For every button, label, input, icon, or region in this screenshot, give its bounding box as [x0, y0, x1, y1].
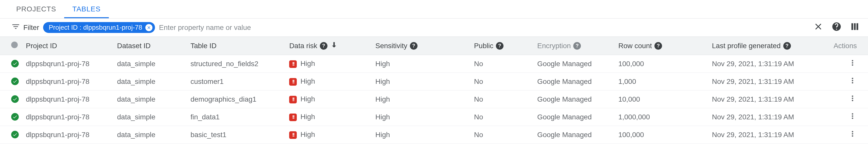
risk-badge-icon: !!	[289, 60, 297, 68]
row-count-cell: 100,000	[615, 126, 709, 144]
help-icon[interactable]: ?	[320, 42, 328, 50]
public-cell: No	[471, 108, 534, 126]
col-status	[0, 37, 23, 55]
columns-button[interactable]	[850, 22, 860, 33]
sensitivity-cell: Moderate	[372, 144, 471, 148]
table-row[interactable]: dlppsbqrun1-proj-78 data_simple structur…	[0, 55, 868, 73]
data-risk-cell: !!High	[286, 126, 372, 144]
sensitivity-cell: High	[372, 55, 471, 73]
filter-chip-remove[interactable]	[145, 24, 152, 31]
actions-cell	[831, 126, 868, 144]
project-id-cell: dlppsbqrun1-proj-78	[23, 144, 114, 148]
col-last-generated[interactable]: Last profile generated?	[709, 37, 831, 55]
col-encryption[interactable]: Encryption?	[534, 37, 615, 55]
data-table: Project ID Dataset ID Table ID Data risk…	[0, 37, 868, 148]
filter-bar: Filter Project ID : dlppsbqrun1-proj-78	[0, 18, 868, 37]
dataset-id-cell: data_simple	[114, 126, 187, 144]
row-actions-button[interactable]	[848, 61, 857, 69]
col-project-id[interactable]: Project ID	[23, 37, 114, 55]
project-id-cell: dlppsbqrun1-proj-78	[23, 108, 114, 126]
status-cell	[0, 55, 23, 73]
encryption-cell: Google Managed	[534, 144, 615, 148]
col-sensitivity[interactable]: Sensitivity?	[372, 37, 471, 55]
col-row-count[interactable]: Row count?	[615, 37, 709, 55]
actions-cell	[831, 108, 868, 126]
last-generated-cell: Nov 29, 2021, 1:31:19 AM	[709, 108, 831, 126]
col-table-id[interactable]: Table ID	[187, 37, 286, 55]
help-icon[interactable]: ?	[783, 42, 791, 50]
row-actions-button[interactable]	[848, 96, 857, 104]
last-generated-cell: Nov 29, 2021, 1:31:19 AM	[709, 73, 831, 90]
filter-input[interactable]	[159, 24, 809, 32]
status-cell	[0, 144, 23, 148]
row-count-cell: 10,000	[615, 90, 709, 108]
filter-label-group: Filter	[11, 22, 39, 33]
data-risk-cell: !!High	[286, 55, 372, 73]
sensitivity-cell: High	[372, 73, 471, 90]
help-icon[interactable]: ?	[654, 42, 662, 50]
help-icon[interactable]: ?	[573, 42, 581, 50]
encryption-cell: Google Managed	[534, 73, 615, 90]
sensitivity-cell: High	[372, 108, 471, 126]
data-risk-cell: !!Moderate	[286, 144, 372, 148]
status-cell	[0, 90, 23, 108]
last-generated-cell: Nov 29, 2021, 1:31:19 AM	[709, 55, 831, 73]
status-ok-icon	[11, 60, 19, 67]
table-id-cell: demographics_diag1	[187, 90, 286, 108]
row-actions-button[interactable]	[848, 132, 857, 140]
row-actions-button[interactable]	[848, 114, 857, 122]
tab-tables[interactable]: TABLES	[64, 0, 108, 18]
table-row[interactable]: dlppsbqrun1-proj-78 data_simple fin_data…	[0, 108, 868, 126]
last-generated-cell: Nov 29, 2021, 1:31:19 AM	[709, 90, 831, 108]
public-cell: No	[471, 90, 534, 108]
tab-projects[interactable]: PROJECTS	[8, 0, 64, 18]
public-cell: No	[471, 73, 534, 90]
status-cell	[0, 73, 23, 90]
sensitivity-cell: High	[372, 90, 471, 108]
risk-badge-icon: !!	[289, 96, 297, 103]
clear-filter-button[interactable]	[813, 22, 824, 33]
row-actions-button[interactable]	[848, 79, 857, 86]
data-risk-cell: !!High	[286, 73, 372, 90]
sensitivity-cell: High	[372, 126, 471, 144]
status-header-icon	[11, 42, 18, 48]
dataset-id-cell: data_simple	[114, 144, 187, 148]
status-ok-icon	[11, 95, 19, 103]
table-row[interactable]: dlppsbqrun1-proj-78 data_simple demograp…	[0, 90, 868, 108]
project-id-cell: dlppsbqrun1-proj-78	[23, 126, 114, 144]
actions-cell	[831, 55, 868, 73]
status-cell	[0, 126, 23, 144]
table-row[interactable]: dlppsbqrun1-proj-78 data_simple basic_te…	[0, 126, 868, 144]
help-icon[interactable]: ?	[496, 42, 503, 50]
filter-input-wrap	[159, 24, 809, 32]
table-row[interactable]: dlppsbqrun1-proj-78 data_simple small_50…	[0, 144, 868, 148]
last-generated-cell: Nov 29, 2021, 1:31:19 AM	[709, 144, 831, 148]
public-cell: No	[471, 144, 534, 148]
actions-cell	[831, 73, 868, 90]
table-row[interactable]: dlppsbqrun1-proj-78 data_simple customer…	[0, 73, 868, 90]
col-public[interactable]: Public?	[471, 37, 534, 55]
status-ok-icon	[11, 131, 19, 138]
filter-chip[interactable]: Project ID : dlppsbqrun1-proj-78	[43, 22, 155, 33]
encryption-cell: Google Managed	[534, 90, 615, 108]
dataset-id-cell: data_simple	[114, 73, 187, 90]
status-ok-icon	[11, 78, 19, 85]
row-count-cell: 1,000,000	[615, 108, 709, 126]
table-id-cell: structured_no_fields2	[187, 55, 286, 73]
help-icon[interactable]: ?	[410, 42, 417, 50]
table-header-row: Project ID Dataset ID Table ID Data risk…	[0, 37, 868, 55]
data-risk-cell: !!High	[286, 108, 372, 126]
encryption-cell: Google Managed	[534, 108, 615, 126]
col-data-risk[interactable]: Data risk ?	[286, 37, 372, 55]
project-id-cell: dlppsbqrun1-proj-78	[23, 55, 114, 73]
row-count-cell: 1,000	[615, 73, 709, 90]
filter-chip-key: Project ID : dlppsbqrun1-proj-78	[49, 24, 142, 31]
actions-cell	[831, 90, 868, 108]
table-id-cell: basic_test1	[187, 126, 286, 144]
row-count-cell: 1,002	[615, 144, 709, 148]
filter-actions	[813, 22, 860, 33]
filter-label: Filter	[23, 24, 39, 32]
col-actions: Actions	[831, 37, 868, 55]
col-dataset-id[interactable]: Dataset ID	[114, 37, 187, 55]
help-button[interactable]	[832, 22, 842, 33]
